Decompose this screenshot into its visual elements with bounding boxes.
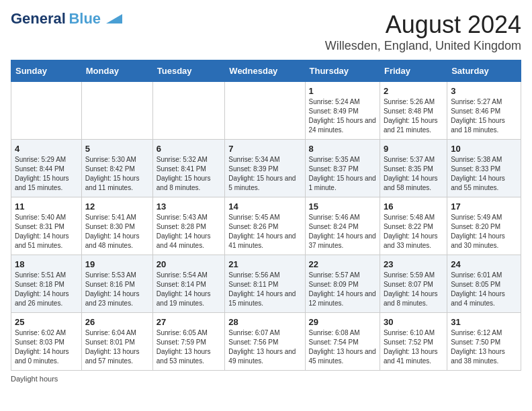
- col-tuesday: Tuesday: [152, 60, 225, 82]
- daylight-text: Daylight: 15 hours and 1 minute.: [309, 174, 376, 193]
- table-row: 14 Sunrise: 5:45 AM Sunset: 8:26 PM Dayl…: [225, 197, 305, 255]
- table-row: [225, 82, 305, 140]
- day-info: Sunrise: 6:04 AM Sunset: 8:01 PM Dayligh…: [85, 328, 149, 366]
- day-info: Sunrise: 5:27 AM Sunset: 8:46 PM Dayligh…: [451, 97, 517, 135]
- sunrise-text: Sunrise: 5:38 AM: [451, 155, 517, 165]
- day-number: 29: [309, 317, 376, 327]
- sunset-text: Sunset: 7:59 PM: [157, 338, 222, 347]
- daylight-text: Daylight: 15 hours and 11 minutes.: [85, 174, 149, 193]
- daylight-text: Daylight: 14 hours and 44 minutes.: [157, 232, 222, 250]
- daylight-text: Daylight: 14 hours and 26 minutes.: [15, 289, 78, 308]
- sunrise-text: Sunrise: 5:57 AM: [309, 271, 376, 280]
- sunrise-text: Sunrise: 6:10 AM: [384, 328, 443, 338]
- day-number: 1: [309, 86, 376, 96]
- day-number: 26: [85, 317, 149, 327]
- sunrise-text: Sunrise: 5:34 AM: [228, 155, 301, 165]
- day-number: 27: [157, 317, 222, 327]
- sunset-text: Sunset: 7:50 PM: [451, 338, 517, 347]
- sunrise-text: Sunrise: 5:30 AM: [85, 155, 149, 165]
- daylight-text: Daylight: 13 hours and 53 minutes.: [157, 347, 222, 366]
- sunrise-text: Sunrise: 5:27 AM: [451, 97, 517, 107]
- day-number: 5: [85, 144, 149, 154]
- sunrise-text: Sunrise: 5:51 AM: [15, 271, 78, 280]
- sunset-text: Sunset: 8:22 PM: [384, 222, 443, 232]
- day-info: Sunrise: 5:59 AM Sunset: 8:07 PM Dayligh…: [384, 271, 443, 308]
- sunset-text: Sunset: 8:46 PM: [451, 107, 517, 116]
- sunrise-text: Sunrise: 6:02 AM: [15, 328, 78, 338]
- sunrise-text: Sunrise: 5:41 AM: [85, 213, 149, 222]
- sunrise-text: Sunrise: 6:07 AM: [228, 328, 301, 338]
- day-number: 23: [384, 259, 443, 269]
- day-info: Sunrise: 5:51 AM Sunset: 8:18 PM Dayligh…: [15, 271, 78, 308]
- sunrise-text: Sunrise: 5:26 AM: [384, 97, 443, 107]
- calendar-week-row: 11 Sunrise: 5:40 AM Sunset: 8:31 PM Dayl…: [11, 197, 521, 255]
- day-number: 3: [451, 86, 517, 96]
- sunset-text: Sunset: 7:52 PM: [384, 338, 443, 347]
- sunset-text: Sunset: 8:05 PM: [451, 280, 517, 289]
- col-saturday: Saturday: [447, 60, 521, 82]
- day-info: Sunrise: 6:10 AM Sunset: 7:52 PM Dayligh…: [384, 328, 443, 366]
- svg-marker-0: [106, 14, 122, 24]
- table-row: [152, 82, 225, 140]
- day-info: Sunrise: 5:53 AM Sunset: 8:16 PM Dayligh…: [85, 271, 149, 308]
- table-row: 3 Sunrise: 5:27 AM Sunset: 8:46 PM Dayli…: [447, 82, 521, 140]
- daylight-text: Daylight: 14 hours and 23 minutes.: [85, 289, 149, 308]
- table-row: 17 Sunrise: 5:49 AM Sunset: 8:20 PM Dayl…: [447, 197, 521, 255]
- daylight-text: Daylight: 14 hours and 8 minutes.: [384, 289, 443, 308]
- col-friday: Friday: [380, 60, 447, 82]
- table-row: 31 Sunrise: 6:12 AM Sunset: 7:50 PM Dayl…: [447, 313, 521, 371]
- day-info: Sunrise: 5:41 AM Sunset: 8:30 PM Dayligh…: [85, 213, 149, 250]
- col-thursday: Thursday: [305, 60, 380, 82]
- table-row: 26 Sunrise: 6:04 AM Sunset: 8:01 PM Dayl…: [81, 313, 152, 371]
- table-row: 21 Sunrise: 5:56 AM Sunset: 8:11 PM Dayl…: [225, 255, 305, 313]
- daylight-text: Daylight: 14 hours and 30 minutes.: [451, 232, 517, 250]
- table-row: [81, 82, 152, 140]
- day-info: Sunrise: 5:35 AM Sunset: 8:37 PM Dayligh…: [309, 155, 376, 193]
- daylight-text: Daylight: 14 hours and 37 minutes.: [309, 232, 376, 250]
- day-number: 4: [15, 144, 78, 154]
- sunrise-text: Sunrise: 5:32 AM: [157, 155, 222, 165]
- daylight-text: Daylight: 15 hours and 5 minutes.: [228, 174, 301, 193]
- daylight-text: Daylight: 14 hours and 41 minutes.: [228, 232, 301, 250]
- day-number: 28: [228, 317, 301, 327]
- daylight-text: Daylight: 15 hours and 24 minutes.: [309, 116, 376, 135]
- day-info: Sunrise: 5:34 AM Sunset: 8:39 PM Dayligh…: [228, 155, 301, 193]
- sunset-text: Sunset: 8:16 PM: [85, 280, 149, 289]
- table-row: 7 Sunrise: 5:34 AM Sunset: 8:39 PM Dayli…: [225, 140, 305, 197]
- sunrise-text: Sunrise: 5:24 AM: [309, 97, 376, 107]
- day-info: Sunrise: 5:37 AM Sunset: 8:35 PM Dayligh…: [384, 155, 443, 193]
- day-info: Sunrise: 6:02 AM Sunset: 8:03 PM Dayligh…: [15, 328, 78, 366]
- sunrise-text: Sunrise: 6:12 AM: [451, 328, 517, 338]
- sunset-text: Sunset: 8:14 PM: [157, 280, 222, 289]
- daylight-text: Daylight: 14 hours and 33 minutes.: [384, 232, 443, 250]
- day-info: Sunrise: 5:24 AM Sunset: 8:49 PM Dayligh…: [309, 97, 376, 135]
- day-number: 12: [85, 201, 149, 212]
- daylight-text: Daylight: 15 hours and 8 minutes.: [157, 174, 222, 193]
- logo: General Blue: [11, 11, 122, 27]
- page-header: General Blue August 2024 Willesden, Engl…: [11, 11, 521, 53]
- day-info: Sunrise: 5:29 AM Sunset: 8:44 PM Dayligh…: [15, 155, 78, 193]
- day-number: 16: [384, 201, 443, 212]
- day-number: 19: [85, 259, 149, 269]
- daylight-text: Daylight: 13 hours and 57 minutes.: [85, 347, 149, 366]
- day-number: 20: [157, 259, 222, 269]
- table-row: 4 Sunrise: 5:29 AM Sunset: 8:44 PM Dayli…: [11, 140, 82, 197]
- table-row: 15 Sunrise: 5:46 AM Sunset: 8:24 PM Dayl…: [305, 197, 380, 255]
- daylight-text: Daylight: 13 hours and 38 minutes.: [451, 347, 517, 366]
- sunrise-text: Sunrise: 6:05 AM: [157, 328, 222, 338]
- table-row: 24 Sunrise: 6:01 AM Sunset: 8:05 PM Dayl…: [447, 255, 521, 313]
- day-number: 31: [451, 317, 517, 327]
- sunrise-text: Sunrise: 5:43 AM: [157, 213, 222, 222]
- table-row: 16 Sunrise: 5:48 AM Sunset: 8:22 PM Dayl…: [380, 197, 447, 255]
- sunset-text: Sunset: 8:35 PM: [384, 165, 443, 174]
- daylight-text: Daylight: 14 hours and 15 minutes.: [228, 289, 301, 308]
- daylight-text: Daylight: 14 hours and 19 minutes.: [157, 289, 222, 308]
- sunrise-text: Sunrise: 5:45 AM: [228, 213, 301, 222]
- sunset-text: Sunset: 8:11 PM: [228, 280, 301, 289]
- day-info: Sunrise: 6:07 AM Sunset: 7:56 PM Dayligh…: [228, 328, 301, 366]
- sunrise-text: Sunrise: 5:29 AM: [15, 155, 78, 165]
- day-info: Sunrise: 5:40 AM Sunset: 8:31 PM Dayligh…: [15, 213, 78, 250]
- table-row: [11, 82, 82, 140]
- day-number: 24: [451, 259, 517, 269]
- sunset-text: Sunset: 8:09 PM: [309, 280, 376, 289]
